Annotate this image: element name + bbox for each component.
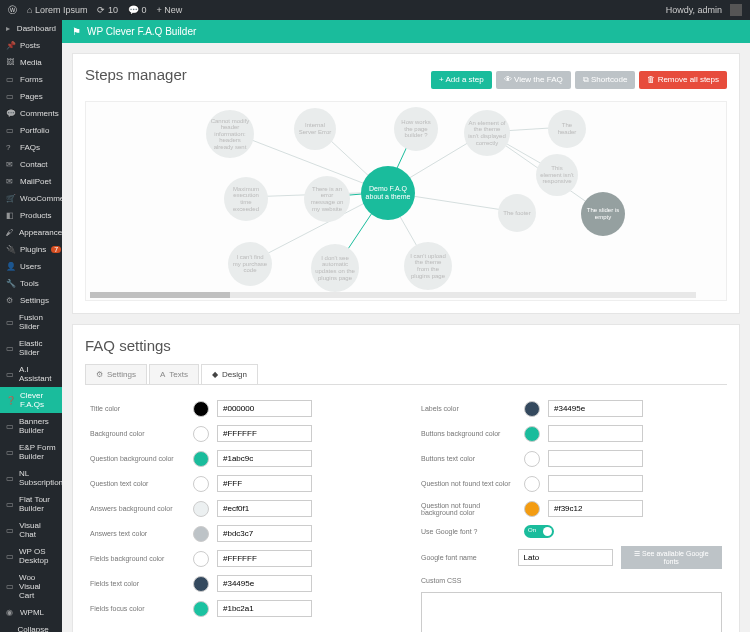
comments-icon[interactable]: 💬 0 xyxy=(128,5,147,15)
wp-admin-bar: ⓦ ⌂ Lorem Ipsum ⟳ 10 💬 0 + New Howdy, ad… xyxy=(0,0,750,20)
greeting[interactable]: Howdy, admin xyxy=(666,5,722,15)
wp-logo-icon[interactable]: ⓦ xyxy=(8,4,17,17)
avatar-icon[interactable] xyxy=(730,4,742,16)
site-name[interactable]: ⌂ Lorem Ipsum xyxy=(27,5,87,15)
updates-icon[interactable]: ⟳ 10 xyxy=(97,5,118,15)
new-content[interactable]: + New xyxy=(157,5,183,15)
